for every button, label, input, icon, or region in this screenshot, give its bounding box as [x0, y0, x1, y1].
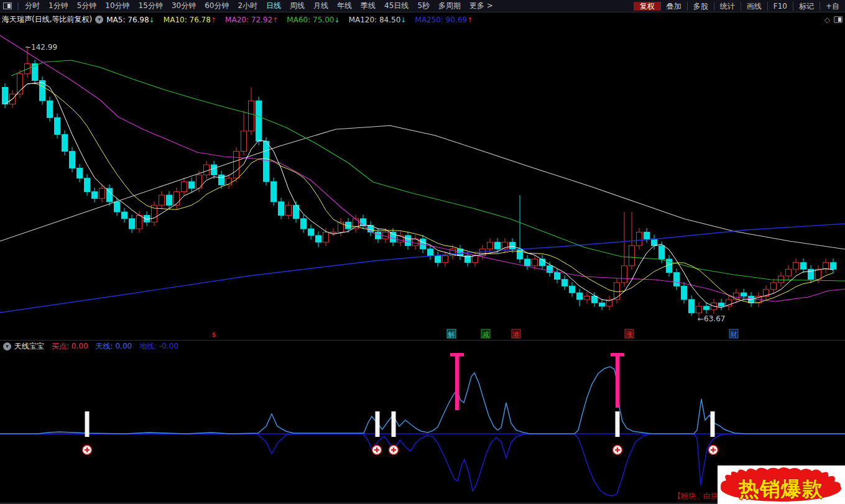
ma-legend-value: MA60: 75.00↓: [287, 16, 339, 24]
menu-item-period[interactable]: 更多 >: [465, 1, 497, 10]
sky-line-curve: [0, 367, 845, 434]
panel-split-icon[interactable]: [834, 16, 843, 23]
menu-item-period[interactable]: 日线: [262, 1, 285, 10]
white-signal-bars: [85, 411, 715, 437]
ma-legend-value: MA20: 72.92↑: [225, 16, 278, 24]
candlesticks: [2, 47, 836, 317]
menu-items: 分时1分钟5分钟10分钟15分钟30分钟60分钟2小时日线周线月线年线季线45日…: [21, 1, 497, 11]
menu-item-period[interactable]: 季线: [356, 1, 380, 10]
menu-separator: |: [17, 2, 19, 11]
menu-item-period[interactable]: 周线: [285, 1, 309, 10]
menu-tool-item[interactable]: F10: [767, 2, 793, 11]
ma-legend-value: MA250: 90.69↑: [415, 16, 473, 24]
menu-right-items: 复权叠加多股统计画线F10标记+自: [634, 0, 845, 12]
flame-banner-graphic: 热销爆款: [718, 465, 845, 504]
ma-legend-value: MA5: 76.98↓: [106, 16, 155, 24]
menu-tool-item[interactable]: 多股: [687, 2, 714, 11]
svg-text:~142.99: ~142.99: [25, 43, 57, 52]
svg-text:减: 减: [483, 331, 489, 339]
down-arrow-icon: ↓: [400, 16, 406, 24]
menu-tool-item[interactable]: 叠加: [660, 2, 687, 11]
ma60-line: [11, 60, 845, 281]
menu-item-period[interactable]: 分时: [21, 1, 44, 10]
svg-text:解: 解: [448, 331, 455, 339]
menu-item-period[interactable]: 月线: [309, 1, 333, 10]
svg-text:←63.67: ←63.67: [698, 314, 725, 323]
menu-item-period[interactable]: 15分钟: [134, 1, 167, 10]
indicator-note-text: 【粉块、白块: [673, 491, 718, 502]
menu-tool-item[interactable]: 复权: [634, 2, 660, 11]
up-arrow-icon: ↑: [211, 16, 216, 24]
diamond-icon[interactable]: ◇: [824, 16, 830, 24]
hot-sale-banner[interactable]: 热销爆款: [718, 465, 845, 504]
menu-item-period[interactable]: 10分钟: [101, 1, 134, 10]
indicator-name[interactable]: 天线宝宝: [14, 341, 44, 352]
pink-sell-bars: [450, 353, 624, 410]
down-arrow-icon: ↓: [149, 16, 155, 24]
chevron-down-icon[interactable]: ▾: [3, 342, 11, 351]
trading-app-window: | 分时1分钟5分钟10分钟15分钟30分钟60分钟2小时日线周线月线年线季线4…: [0, 0, 845, 504]
indicator-field: 买点: 0.00: [52, 342, 88, 351]
ma10-line: [5, 83, 833, 303]
indicator-field: 地线: -0.00: [139, 342, 178, 351]
menu-item-period[interactable]: 30分钟: [167, 1, 200, 10]
menu-tool-item[interactable]: 统计: [714, 2, 741, 11]
menu-tool-item[interactable]: +自: [820, 2, 845, 11]
svg-text:港: 港: [513, 331, 520, 339]
menu-item-period[interactable]: 5秒: [413, 1, 434, 10]
event-markers: $解减港涨财: [212, 329, 739, 339]
svg-text:涨: 涨: [626, 331, 633, 339]
period-menu-bar: | 分时1分钟5分钟10分钟15分钟30分钟60分钟2小时日线周线月线年线季线4…: [0, 0, 845, 12]
menu-item-period[interactable]: 2小时: [233, 1, 262, 10]
chevron-down-icon[interactable]: ▾: [95, 16, 103, 24]
menu-tool-item[interactable]: 标记: [793, 2, 820, 11]
indicator-fields: 买点: 0.00天线: 0.00地线: -0.00: [52, 341, 186, 352]
ma-legend-value: MA120: 84.50↓: [349, 16, 407, 24]
indicator-header: ▾ 天线宝宝 买点: 0.00天线: 0.00地线: -0.00: [0, 340, 845, 352]
menu-item-period[interactable]: 1分钟: [44, 1, 73, 10]
ma-legend-value: MA10: 76.78↑: [164, 16, 216, 24]
svg-text:$: $: [212, 331, 216, 339]
buy-plus-markers: [83, 446, 718, 455]
stock-title[interactable]: 海天瑞声(日线,等比前复权): [2, 14, 92, 25]
menu-item-period[interactable]: 多周期: [434, 1, 465, 10]
ma20-line: [0, 35, 845, 301]
up-arrow-icon: ↑: [272, 16, 278, 24]
ma-legend: MA5: 76.98↓MA10: 76.78↑MA20: 72.92↑MA60:…: [106, 16, 481, 24]
menu-item-period[interactable]: 60分钟: [200, 1, 233, 10]
indicator-field: 天线: 0.00: [96, 342, 132, 351]
main-chart[interactable]: ~142.99←63.67$解减港涨财: [0, 26, 845, 340]
menu-item-period[interactable]: 45日线: [380, 1, 413, 10]
menu-item-period[interactable]: 5分钟: [73, 1, 101, 10]
menu-item-period[interactable]: 年线: [333, 1, 356, 10]
svg-text:财: 财: [731, 331, 737, 339]
window-layout-icon[interactable]: [3, 2, 12, 9]
info-bar: 海天瑞声(日线,等比前复权) ▾ MA5: 76.98↓MA10: 76.78↑…: [0, 13, 845, 26]
menu-tool-item[interactable]: 画线: [741, 2, 767, 11]
down-arrow-icon: ↓: [334, 16, 339, 24]
up-arrow-icon: ↑: [467, 16, 473, 24]
banner-text: 热销爆款: [738, 477, 823, 501]
